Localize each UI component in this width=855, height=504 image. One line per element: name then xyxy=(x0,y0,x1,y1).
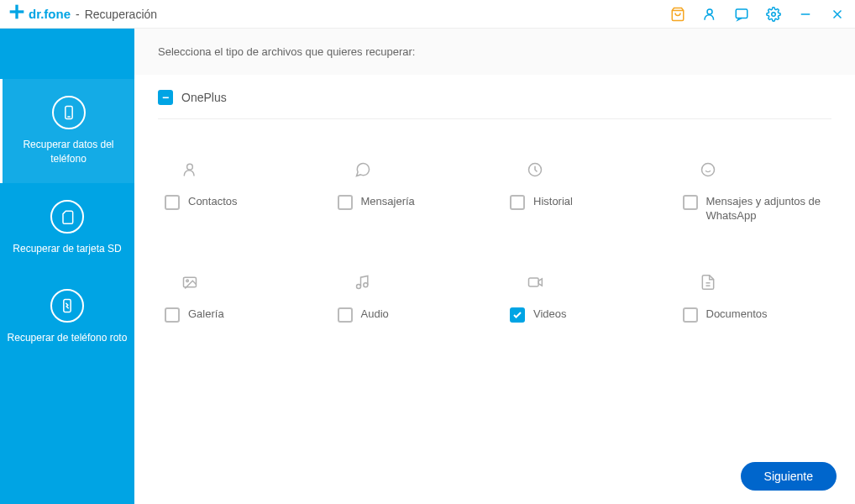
svg-rect-19 xyxy=(529,278,539,286)
device-row[interactable]: − OnePlus xyxy=(158,90,831,119)
settings-icon[interactable] xyxy=(764,5,783,24)
checkbox-gallery[interactable] xyxy=(165,307,180,323)
type-item-audio[interactable]: Audio xyxy=(331,274,487,323)
instruction-text: Selecciona el tipo de archivos que quier… xyxy=(134,45,855,75)
sidebar-item-label: Recuperar de teléfono roto xyxy=(8,331,128,345)
file-type-grid: Contactos Mensajería xyxy=(158,161,831,323)
contacts-icon xyxy=(165,161,215,178)
type-item-videos[interactable]: Videos xyxy=(503,274,659,323)
close-button[interactable] xyxy=(828,5,847,24)
type-item-history[interactable]: Historial xyxy=(503,161,659,223)
device-name: OnePlus xyxy=(181,91,227,104)
svg-rect-4 xyxy=(736,9,747,18)
type-label: Mensajes y adjuntos de WhatsApp xyxy=(706,195,832,223)
sidebar-item-label: Recuperar de tarjeta SD xyxy=(13,242,121,256)
sidebar-item-label: Recuperar datos del teléfono xyxy=(9,138,128,166)
module-title: Recuperación xyxy=(85,8,157,21)
checkbox-contacts[interactable] xyxy=(165,195,180,210)
feedback-icon[interactable] xyxy=(732,5,751,24)
type-label: Audio xyxy=(361,307,389,322)
broken-phone-icon xyxy=(50,289,84,323)
type-label: Documentos xyxy=(706,307,768,322)
title-separator: - xyxy=(76,8,80,21)
device-checkbox-indeterminate[interactable]: − xyxy=(158,90,173,105)
content-panel: − OnePlus Contactos xyxy=(134,75,855,504)
messaging-icon xyxy=(338,161,388,178)
window-controls xyxy=(669,5,847,24)
main-content: Selecciona el tipo de archivos que quier… xyxy=(134,29,855,504)
type-item-contacts[interactable]: Contactos xyxy=(158,161,314,223)
svg-point-18 xyxy=(363,283,367,287)
type-label: Mensajería xyxy=(361,195,415,209)
whatsapp-icon xyxy=(683,161,733,178)
checkbox-whatsapp[interactable] xyxy=(683,195,698,210)
type-label: Galería xyxy=(188,307,224,322)
logo-text: dr.fone xyxy=(29,7,71,21)
checkbox-messaging[interactable] xyxy=(338,195,353,210)
svg-rect-1 xyxy=(10,10,24,13)
title-bar: dr.fone - Recuperación xyxy=(0,0,855,29)
sidebar-item-phone-recovery[interactable]: Recuperar datos del teléfono xyxy=(0,79,134,183)
svg-point-17 xyxy=(356,284,360,288)
minimize-button[interactable] xyxy=(796,5,815,24)
videos-icon xyxy=(510,274,560,291)
checkbox-documents[interactable] xyxy=(683,307,698,323)
svg-point-14 xyxy=(701,164,714,176)
checkbox-videos[interactable] xyxy=(510,307,525,323)
user-icon[interactable] xyxy=(700,5,719,24)
audio-icon xyxy=(338,274,388,291)
type-item-messaging[interactable]: Mensajería xyxy=(331,161,487,223)
history-icon xyxy=(510,161,560,178)
type-item-documents[interactable]: Documentos xyxy=(676,274,832,323)
phone-recovery-icon xyxy=(52,96,86,129)
sidebar-item-broken-phone[interactable]: Recuperar de teléfono roto xyxy=(0,272,134,362)
logo-icon xyxy=(8,3,25,24)
type-label: Contactos xyxy=(188,195,238,209)
sidebar: Recuperar datos del teléfono Recuperar d… xyxy=(0,29,134,504)
app-logo: dr.fone xyxy=(8,3,71,24)
svg-point-5 xyxy=(772,12,776,16)
svg-point-16 xyxy=(186,280,189,282)
checkbox-history[interactable] xyxy=(510,195,525,210)
sidebar-item-sd-recovery[interactable]: Recuperar de tarjeta SD xyxy=(0,183,134,273)
next-button[interactable]: Siguiente xyxy=(741,462,837,491)
type-item-whatsapp[interactable]: Mensajes y adjuntos de WhatsApp xyxy=(676,161,832,223)
svg-point-3 xyxy=(707,9,712,14)
checkbox-audio[interactable] xyxy=(338,307,353,323)
gallery-icon xyxy=(165,274,215,291)
documents-icon xyxy=(683,274,733,291)
cart-icon[interactable] xyxy=(669,5,687,24)
sd-card-icon xyxy=(50,200,84,234)
svg-point-12 xyxy=(187,164,193,170)
type-item-gallery[interactable]: Galería xyxy=(158,274,314,323)
type-label: Historial xyxy=(533,195,573,209)
type-label: Videos xyxy=(533,307,567,322)
